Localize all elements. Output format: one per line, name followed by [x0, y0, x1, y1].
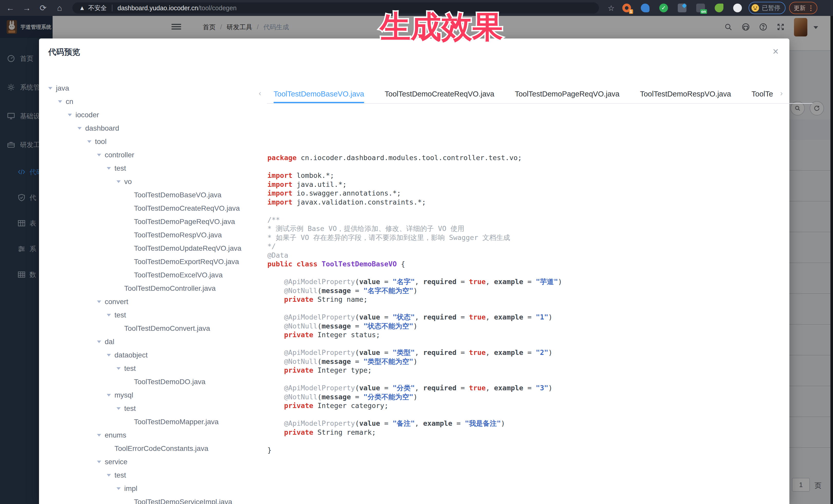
tree-caret-icon[interactable]	[58, 100, 62, 103]
tree-folder-row[interactable]: cn	[48, 95, 261, 108]
file-tab[interactable]: ToolTe	[752, 85, 773, 103]
session-manager-icon[interactable]: on	[696, 4, 705, 12]
code-line	[267, 207, 781, 216]
browser-update-button[interactable]: 更新 ⋮	[789, 2, 817, 14]
tree-folder-row[interactable]: test	[48, 362, 261, 375]
bookmark-star-icon[interactable]: ☆	[608, 4, 615, 13]
tree-file-row[interactable]: ToolTestDemoRespVO.java	[48, 229, 261, 242]
tree-caret-icon[interactable]	[117, 367, 121, 370]
tree-file-row[interactable]: ToolTestDemoCreateReqVO.java	[48, 202, 261, 215]
url-bar[interactable]: ▲ 不安全 dashboard.yudao.iocoder.cn/tool/co…	[72, 2, 599, 14]
tree-file-row[interactable]: ToolTestDemoServiceImpl.java	[48, 495, 261, 504]
tree-caret-icon[interactable]	[97, 461, 101, 463]
tree-file-row[interactable]: ToolErrorCodeConstants.java	[48, 442, 261, 455]
tree-folder-row[interactable]: impl	[48, 482, 261, 495]
home-icon[interactable]: ⌂	[53, 3, 66, 13]
tree-file-row[interactable]: ToolTestDemoPageReqVO.java	[48, 215, 261, 229]
tree-caret-icon[interactable]	[117, 407, 121, 410]
tree-caret-icon[interactable]	[97, 434, 101, 436]
code-line: private String remark;	[267, 428, 781, 437]
url-host: dashboard.yudao.iocoder.cn	[118, 4, 198, 12]
paused-label: 已暂停	[762, 4, 780, 12]
tree-folder-row[interactable]: vo	[48, 175, 261, 188]
tree-caret-icon[interactable]	[107, 167, 111, 170]
tree-caret-icon[interactable]	[68, 114, 72, 116]
browser-menu-icon[interactable]: ⋮	[808, 4, 814, 12]
tree-folder-row[interactable]: test	[48, 469, 261, 482]
tree-file-row[interactable]: ToolTestDemoExportReqVO.java	[48, 255, 261, 268]
tree-file-row[interactable]: ToolTestDemoController.java	[48, 282, 261, 295]
tree-caret-icon[interactable]	[107, 394, 111, 397]
tree-folder-row[interactable]: java	[48, 81, 261, 95]
back-icon[interactable]: ←	[4, 3, 17, 13]
tree-folder-row[interactable]: dataobject	[48, 349, 261, 362]
browser-toolbar: ← → ⟳ ⌂ ▲ 不安全 dashboard.yudao.iocoder.cn…	[0, 0, 833, 16]
update-label: 更新	[794, 4, 806, 12]
tree-node-label: test	[115, 311, 126, 319]
code-line	[267, 437, 781, 446]
tree-file-row[interactable]: ToolTestDemoMapper.java	[48, 415, 261, 429]
tree-file-row[interactable]: ToolTestDemoUpdateReqVO.java	[48, 242, 261, 255]
extension-badge: on	[700, 9, 707, 14]
tree-caret-icon[interactable]	[107, 314, 111, 316]
tree-file-row[interactable]: ToolTestDemoConvert.java	[48, 322, 261, 335]
forward-icon[interactable]: →	[21, 3, 33, 13]
tree-folder-row[interactable]: tool	[48, 135, 261, 148]
tree-folder-row[interactable]: dashboard	[48, 122, 261, 135]
tree-caret-icon[interactable]	[77, 127, 81, 129]
tree-folder-row[interactable]: enums	[48, 429, 261, 442]
tree-node-label: mysql	[115, 391, 133, 399]
code-line	[267, 375, 781, 384]
tree-caret-icon[interactable]	[97, 301, 101, 303]
tree-folder-row[interactable]: test	[48, 402, 261, 415]
grammar-icon[interactable]	[715, 4, 723, 12]
proxy-check-icon[interactable]	[659, 4, 668, 12]
tree-file-row[interactable]: ToolTestDemoDO.java	[48, 375, 261, 388]
not-secure-warning-icon: ▲	[79, 4, 85, 11]
tree-caret-icon[interactable]	[97, 154, 101, 156]
translate-icon[interactable]: 1	[622, 4, 631, 12]
tree-folder-row[interactable]: service	[48, 455, 261, 469]
code-line: * 如果子 VO 存在差异的字段，请不要添加到这里，影响 Swagger 文档生…	[267, 233, 781, 242]
tree-caret-icon[interactable]	[107, 354, 111, 356]
dialog-title: 代码预览	[48, 47, 80, 57]
tabs-next-icon[interactable]: ›	[780, 89, 783, 97]
tree-folder-row[interactable]: iocoder	[48, 108, 261, 122]
tree-caret-icon[interactable]	[117, 487, 121, 490]
tree-folder-row[interactable]: dal	[48, 335, 261, 349]
file-tab[interactable]: ToolTestDemoCreateReqVO.java	[385, 85, 494, 103]
tree-caret-icon[interactable]	[48, 87, 52, 90]
tree-folder-row[interactable]: test	[48, 162, 261, 175]
tree-folder-row[interactable]: test	[48, 309, 261, 322]
tree-file-row[interactable]: ToolTestDemoExcelVO.java	[48, 268, 261, 282]
code-line: }	[267, 446, 781, 455]
code-line: private Integer category;	[267, 401, 781, 410]
code-line: import java.util.*;	[267, 180, 781, 189]
tree-file-row[interactable]: ToolTestDemoBaseVO.java	[48, 188, 261, 202]
file-tab[interactable]: ToolTestDemoPageReqVO.java	[515, 85, 619, 103]
file-tab[interactable]: ToolTestDemoBaseVO.java	[273, 85, 364, 103]
code-line: private Integer status;	[267, 331, 781, 339]
file-tab[interactable]: ToolTestDemoRespVO.java	[640, 85, 731, 103]
tab-manager-icon[interactable]	[678, 4, 687, 12]
tree-folder-row[interactable]: convert	[48, 295, 261, 309]
tree-folder-row[interactable]: controller	[48, 148, 261, 162]
tree-caret-icon[interactable]	[117, 181, 121, 183]
paused-extension-pill[interactable]: 已暂停	[748, 2, 786, 14]
tree-folder-row[interactable]: mysql	[48, 388, 261, 402]
url-divider	[112, 5, 112, 11]
extensions-puzzle-icon[interactable]	[733, 4, 742, 12]
tree-caret-icon[interactable]	[107, 474, 111, 477]
code-line: @NotNull(message = "分类不能为空")	[267, 393, 781, 402]
tree-node-label: impl	[124, 484, 137, 493]
reload-icon[interactable]: ⟳	[37, 3, 49, 13]
tree-caret-icon[interactable]	[87, 140, 91, 143]
tabs-prev-icon[interactable]: ‹	[259, 89, 261, 97]
tree-caret-icon[interactable]	[97, 340, 101, 343]
code-line: @ApiModelProperty(value = "状态", required…	[267, 313, 781, 322]
code-line: private String name;	[267, 295, 781, 304]
tree-node-label: ToolErrorCodeConstants.java	[115, 445, 208, 453]
close-icon[interactable]: ×	[773, 46, 779, 56]
tree-node-label: convert	[105, 298, 128, 306]
location-icon[interactable]	[641, 4, 649, 12]
